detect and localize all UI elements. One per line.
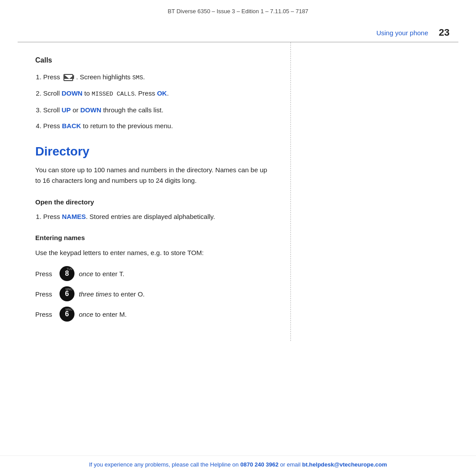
press-row-m: Press MNO 6 once to enter M. [35, 307, 273, 322]
key-6a-super: MNO [66, 288, 73, 291]
open-directory-steps: Press NAMES. Stored entries are displaye… [43, 212, 273, 222]
step2-down1: DOWN [62, 89, 83, 97]
directory-desc: You can store up to 100 names and number… [35, 165, 273, 186]
calls-title: Calls [35, 56, 273, 64]
press-text-m: once to enter M. [79, 311, 126, 318]
step3-up: UP [62, 106, 71, 114]
press-label-o: Press [35, 290, 60, 298]
open-directory-title: Open the directory [35, 198, 273, 206]
footer: If you experience any problems, please c… [0, 455, 476, 474]
key-6a-num: 6 [65, 290, 69, 298]
footer-text-mid: or email [280, 461, 301, 468]
main-content: Calls Press . Screen highlights SMS. Scr… [0, 42, 476, 341]
calls-step-3: Scroll UP or DOWN through the calls list… [43, 105, 273, 115]
page-number: 23 [439, 27, 450, 38]
key-6b-num: 6 [65, 310, 69, 318]
left-column: Calls Press . Screen highlights SMS. Scr… [0, 42, 291, 341]
directory-section: Directory You can store up to 100 names … [35, 144, 273, 322]
key-6b-badge: MNO 6 [60, 307, 74, 322]
step1-text: . Screen highlights SMS. [76, 73, 145, 81]
footer-email: bt.helpdesk@vtecheurope.com [302, 461, 387, 468]
entering-names-section: Entering names Use the keypad letters to… [35, 234, 273, 322]
press-label-t: Press [35, 270, 60, 278]
names-bold: NAMES [62, 213, 86, 220]
footer-text-before: If you experience any problems, please c… [89, 461, 239, 468]
press-text-o: three times to enter O. [79, 290, 145, 298]
key-8-badge: TUV 8 [60, 266, 74, 281]
step3-text: through the calls list. [101, 106, 164, 114]
calls-step-1: Press . Screen highlights SMS. [43, 72, 273, 82]
step4-text: to return to the previous menu. [81, 122, 173, 130]
open-dir-step-1: Press NAMES. Stored entries are displaye… [43, 212, 273, 222]
calls-steps-list: Press . Screen highlights SMS. Scroll DO… [43, 72, 273, 131]
top-bar: Using your phone 23 [0, 19, 476, 42]
press-label-m: Press [35, 311, 60, 318]
step4-back: BACK [62, 122, 81, 130]
page-header: BT Diverse 6350 – Issue 3 – Edition 1 – … [0, 0, 476, 19]
press-row-o: Press MNO 6 three times to enter O. [35, 286, 273, 301]
header-text: BT Diverse 6350 – Issue 3 – Edition 1 – … [167, 8, 308, 15]
step2-ok: OK [157, 89, 167, 97]
calls-step-4: Press BACK to return to the previous men… [43, 121, 273, 131]
key-6a-badge: MNO 6 [60, 286, 74, 301]
key-8-num: 8 [65, 270, 69, 278]
entering-names-desc: Use the keypad letters to enter names, e… [35, 248, 273, 258]
step2-mono: MISSED CALLS [92, 91, 134, 97]
key-6b-super: MNO [66, 308, 73, 311]
entering-names-title: Entering names [35, 234, 273, 241]
calls-section: Calls Press . Screen highlights SMS. Scr… [35, 56, 273, 131]
step3-down2: DOWN [80, 106, 101, 114]
footer-phone: 0870 240 3962 [240, 461, 279, 468]
calls-step-2: Scroll DOWN to MISSED CALLS. Press OK. [43, 89, 273, 99]
step1-press: Press [43, 73, 62, 81]
envelope-icon [63, 74, 73, 81]
directory-title: Directory [35, 144, 273, 159]
section-label: Using your phone [376, 29, 428, 37]
press-row-t: Press TUV 8 once to enter T. [35, 266, 273, 281]
key-8-super: TUV [67, 267, 73, 270]
press-text-t: once to enter T. [79, 270, 124, 278]
right-column [291, 42, 476, 341]
